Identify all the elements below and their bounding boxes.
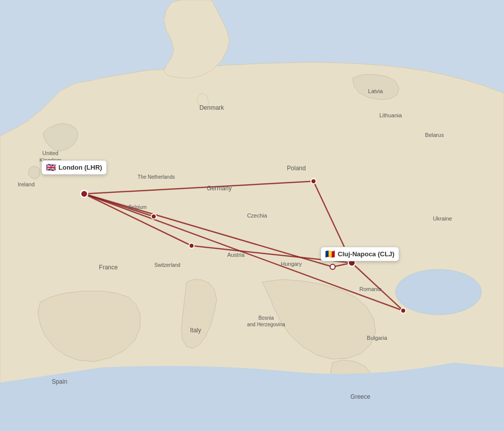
svg-point-11 (151, 214, 156, 219)
svg-point-14 (401, 308, 406, 313)
country-hungary: Hungary (281, 261, 302, 267)
country-bulgaria: Bulgaria (367, 335, 388, 341)
country-switzerland: Switzerland (154, 262, 180, 268)
svg-point-13 (311, 179, 316, 184)
svg-point-17 (348, 259, 355, 266)
country-belgium: Belgium (129, 204, 147, 210)
country-romania: Romania (359, 286, 382, 292)
map-container: Latvia Lithuania Belarus Denmark United … (0, 0, 504, 431)
country-poland: Poland (287, 165, 305, 172)
svg-point-12 (189, 243, 194, 248)
svg-point-1 (396, 269, 481, 315)
country-france: France (99, 264, 118, 271)
country-belarus: Belarus (425, 132, 444, 138)
country-greece: Greece (350, 393, 370, 400)
country-lithuania: Lithuania (380, 112, 403, 118)
country-austria: Austria (227, 252, 245, 258)
country-ukraine: Ukraine (433, 216, 452, 222)
country-united-kingdom: United (42, 150, 58, 156)
svg-point-16 (81, 190, 88, 197)
country-germany: Germany (207, 185, 231, 192)
country-czechia: Czechia (247, 212, 268, 219)
country-spain: Spain (52, 378, 68, 385)
country-italy: Italy (190, 327, 201, 334)
country-united-kingdom-2: Kingdom (39, 157, 61, 163)
country-netherlands: The Netherlands (138, 174, 175, 180)
map-svg: Latvia Lithuania Belarus Denmark United … (0, 0, 504, 431)
country-bosnia-2: and Herzegovina (247, 322, 285, 327)
svg-point-15 (330, 264, 335, 269)
country-latvia: Latvia (368, 88, 383, 94)
country-denmark: Denmark (200, 104, 225, 111)
country-bosnia: Bosnia (259, 315, 274, 321)
country-ireland: Ireland (18, 181, 35, 187)
